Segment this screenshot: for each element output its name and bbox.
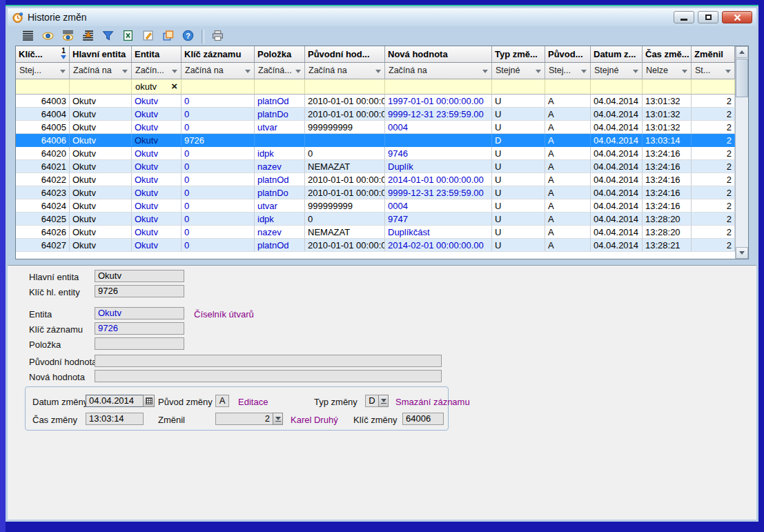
hlavni-entita-field[interactable]: Okutv (95, 270, 184, 282)
filter-operator-klic[interactable]: Stej... (16, 63, 70, 79)
cell-datum-zmeny[interactable]: 04.04.2014 (591, 134, 643, 146)
cell-entita[interactable]: Okutv (132, 186, 182, 199)
cell-entita[interactable]: Okutv (132, 213, 182, 225)
cell-klic[interactable]: 64024 (16, 199, 70, 212)
cell-zmenil[interactable]: 2 (692, 160, 735, 173)
cell-cas-zmeny[interactable]: 13:01:32 (643, 108, 692, 120)
cell-klic[interactable]: 64004 (16, 108, 70, 120)
cell-typ-zmeny[interactable]: U (492, 160, 545, 173)
cell-datum-zmeny[interactable]: 04.04.2014 (591, 213, 643, 225)
column-header-cas-zmeny[interactable]: Čas změ... (643, 46, 692, 63)
cell-klic[interactable]: 64020 (16, 147, 70, 159)
cell-polozka[interactable]: platnDo (255, 108, 305, 120)
scroll-down-button[interactable] (736, 247, 748, 259)
grid-row-64022[interactable]: 64022OkutvOkutv0platnOd2010-01-01 00:00:… (16, 173, 735, 186)
puvodni-hodnota-field[interactable] (95, 355, 442, 367)
cell-entita[interactable]: Okutv (132, 121, 182, 133)
cell-zmenil[interactable]: 2 (692, 186, 735, 199)
cell-cas-zmeny[interactable]: 13:01:32 (643, 95, 692, 107)
cell-typ-zmeny[interactable]: U (492, 173, 545, 186)
cell-nova-hodnota[interactable]: 2014-01-01 00:00:00.00 (385, 173, 492, 186)
cell-klic-zaznamu[interactable]: 0 (182, 199, 255, 212)
cell-entita[interactable]: Okutv (132, 239, 182, 251)
cell-klic-zaznamu[interactable]: 0 (182, 147, 255, 159)
grid-row-64003[interactable]: 64003OkutvOkutv0platnOd2010-01-01 00:00:… (16, 95, 735, 108)
cell-hlavni-entita[interactable]: Okutv (70, 186, 132, 199)
grid-row-64026[interactable]: 64026OkutvOkutv0nazevNEMAZATDuplíkčástUA… (16, 226, 735, 239)
cell-hlavni-entita[interactable]: Okutv (70, 199, 132, 212)
cell-zmenil[interactable]: 2 (692, 121, 735, 133)
cell-klic-zaznamu[interactable]: 0 (182, 121, 255, 133)
cell-zmenil[interactable]: 2 (692, 173, 735, 186)
calendar-button[interactable] (143, 395, 155, 407)
cell-polozka[interactable]: nazev (255, 226, 305, 238)
cell-puvod-zmeny[interactable]: A (545, 108, 591, 120)
cell-cas-zmeny[interactable]: 13:24:16 (643, 186, 692, 199)
cell-klic[interactable]: 64021 (16, 160, 70, 173)
cell-puvod-zmeny[interactable]: A (545, 213, 591, 225)
cell-puvodni-hodnota[interactable]: 2010-01-01 00:00:00.00 (305, 95, 385, 107)
cell-polozka[interactable]: platnOd (255, 239, 305, 251)
filter-operator-zmenil[interactable]: St... (692, 63, 735, 79)
cell-polozka[interactable]: platnDo (255, 186, 305, 199)
cell-cas-zmeny[interactable]: 13:28:20 (643, 213, 692, 225)
cell-nova-hodnota[interactable] (385, 134, 492, 146)
grid-row-64023[interactable]: 64023OkutvOkutv0platnDo2010-01-01 00:00:… (16, 186, 735, 199)
close-button[interactable] (722, 11, 752, 23)
cell-klic[interactable]: 64026 (16, 226, 70, 238)
cell-entita[interactable]: Okutv (132, 160, 182, 173)
cell-klic[interactable]: 64025 (16, 213, 70, 225)
cell-puvodni-hodnota[interactable]: 2010-01-01 00:00:00.00 (305, 186, 385, 199)
cell-puvodni-hodnota[interactable]: 2010-01-01 00:00:00.00 (305, 108, 385, 120)
filter-funnel-button[interactable] (99, 28, 117, 46)
cell-klic[interactable]: 64023 (16, 186, 70, 199)
klic-zmeny-field[interactable]: 64006 (402, 413, 444, 425)
column-header-typ-zmeny[interactable]: Typ změ... (492, 46, 545, 63)
scrollbar-thumb[interactable] (736, 59, 748, 97)
cell-zmenil[interactable]: 2 (692, 213, 735, 225)
filter-value-klic-zaznamu[interactable] (182, 79, 255, 95)
cell-nova-hodnota[interactable]: 2014-02-01 00:00:00.00 (385, 239, 492, 251)
cell-puvod-zmeny[interactable]: A (545, 226, 591, 238)
cell-typ-zmeny[interactable]: U (492, 147, 545, 159)
cell-hlavni-entita[interactable]: Okutv (70, 160, 132, 173)
typ-zmeny-dropdown-button[interactable] (378, 395, 389, 407)
cell-puvod-zmeny[interactable]: A (545, 95, 591, 107)
help-button[interactable]: ? (179, 28, 197, 46)
cell-cas-zmeny[interactable]: 13:28:20 (643, 226, 692, 238)
cell-typ-zmeny[interactable]: U (492, 186, 545, 199)
grid-row-64024[interactable]: 64024OkutvOkutv0utvar9999999990004UA04.0… (16, 199, 735, 213)
cell-hlavni-entita[interactable]: Okutv (70, 239, 132, 251)
cell-puvod-zmeny[interactable]: A (545, 121, 591, 133)
cell-puvod-zmeny[interactable]: A (545, 186, 591, 199)
filter-operator-hlavni-entita[interactable]: Začíná na (70, 63, 132, 79)
cell-polozka[interactable]: idpk (255, 213, 305, 225)
cell-polozka[interactable]: nazev (255, 160, 305, 173)
column-header-entita[interactable]: Entita (132, 46, 182, 63)
cell-zmenil[interactable]: 2 (692, 95, 735, 107)
cell-hlavni-entita[interactable]: Okutv (70, 134, 132, 146)
cell-hlavni-entita[interactable]: Okutv (70, 95, 132, 107)
cell-klic-zaznamu[interactable]: 0 (182, 160, 255, 173)
cell-klic-zaznamu[interactable]: 0 (182, 226, 255, 238)
filter-value-nova-hodnota[interactable] (385, 79, 492, 95)
cell-zmenil[interactable]: 2 (692, 147, 735, 159)
grid-row-64005[interactable]: 64005OkutvOkutv0utvar9999999990004UA04.0… (16, 121, 735, 134)
cell-klic[interactable]: 64022 (16, 173, 70, 186)
cell-datum-zmeny[interactable]: 04.04.2014 (591, 239, 643, 251)
cas-zmeny-field[interactable]: 13:03:14 (86, 413, 144, 425)
cell-klic[interactable]: 64005 (16, 121, 70, 133)
filter-value-entita[interactable]: okutv× (132, 79, 182, 95)
column-header-klic[interactable]: Klíč...1 (16, 46, 70, 63)
cell-puvodni-hodnota[interactable]: 0 (305, 213, 385, 225)
cell-hlavni-entita[interactable]: Okutv (70, 226, 132, 238)
nova-hodnota-field[interactable] (95, 370, 442, 382)
cell-puvod-zmeny[interactable]: A (545, 199, 591, 212)
cell-polozka[interactable]: idpk (255, 147, 305, 159)
cell-puvod-zmeny[interactable]: A (545, 147, 591, 159)
cell-klic-zaznamu[interactable]: 0 (182, 95, 255, 107)
clear-filter-icon[interactable]: × (171, 80, 177, 92)
cell-zmenil[interactable]: 2 (692, 199, 735, 212)
column-header-zmenil[interactable]: Změnil (692, 46, 735, 63)
cell-puvodni-hodnota[interactable]: 999999999 (305, 121, 385, 133)
